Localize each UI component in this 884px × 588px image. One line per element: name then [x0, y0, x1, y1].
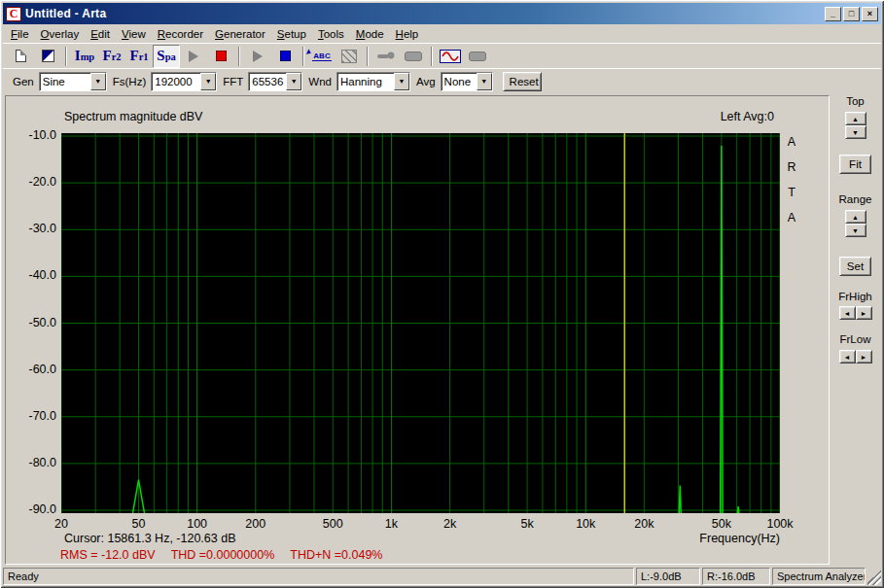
stop-button[interactable] [271, 45, 299, 68]
cursor-readout: Cursor: 15861.3 Hz, -120.63 dB [64, 532, 236, 545]
left-level-indicator: L:-9.0dB [636, 568, 700, 585]
top-up-button[interactable]: ▲ [845, 112, 866, 125]
frhigh-left-button[interactable]: ◄ [839, 306, 856, 320]
app-icon[interactable]: C [6, 7, 21, 21]
x-tick-label: 200 [245, 517, 265, 531]
menu-item-edit[interactable]: Edit [85, 26, 116, 42]
close-button[interactable]: × [862, 7, 878, 21]
hatch-disabled-button[interactable] [336, 45, 363, 68]
frhigh-right-button[interactable]: ► [856, 306, 872, 320]
menu-item-file[interactable]: File [5, 26, 35, 42]
tool2-disabled-button[interactable] [464, 45, 491, 68]
range-spinner: ▲ ▼ [845, 210, 866, 237]
arta-side-logo: ARTA [785, 135, 798, 236]
wnd-value: Hanning [337, 73, 394, 90]
avg-combobox[interactable]: None ▼ [441, 72, 493, 91]
menu-item-tools[interactable]: Tools [312, 26, 350, 42]
range-down-button[interactable]: ▼ [845, 224, 866, 237]
fr2-mode-button[interactable]: Fr2 [98, 45, 125, 68]
signal-generator-button[interactable] [437, 45, 464, 68]
maximize-button[interactable]: □ [843, 7, 860, 21]
fs-combobox[interactable]: 192000 ▼ [151, 72, 217, 91]
blob-icon [469, 52, 486, 61]
wnd-combobox[interactable]: Hanning ▼ [336, 72, 410, 91]
play-button[interactable] [244, 45, 271, 68]
spa-mode-button[interactable]: Spa [153, 45, 180, 68]
menu-item-help[interactable]: Help [390, 26, 425, 42]
spectrum-plot[interactable] [61, 133, 780, 513]
y-tick-label: -10.0 [6, 128, 56, 143]
x-tick-label: 100k [766, 517, 793, 531]
frlow-right-button[interactable]: ► [856, 350, 872, 363]
fft-label: FFT [223, 76, 243, 87]
main-toolbar: Imp Fr2 Fr1 Spa ABC [3, 43, 881, 68]
toolbar-separator [302, 47, 304, 66]
fft-combobox[interactable]: 65536 ▼ [248, 72, 302, 91]
spa-label: Spa [157, 48, 175, 64]
tool-disabled-button[interactable] [400, 45, 427, 68]
menu-item-mode[interactable]: Mode [350, 26, 390, 42]
new-file-button[interactable] [7, 45, 34, 68]
top-label: Top [846, 95, 865, 109]
key-icon [376, 51, 396, 62]
frlow-left-button[interactable]: ◄ [839, 350, 856, 363]
frlow-label: FrLow [840, 333, 871, 347]
resize-grip[interactable] [867, 568, 881, 585]
x-tick-label: 100 [187, 517, 207, 531]
set-button[interactable]: Set [839, 257, 871, 276]
top-spinner: ▲ ▼ [845, 112, 866, 139]
settings-toolbar: Gen Sine ▼ Fs(Hz) 192000 ▼ FFT 65536 ▼ W… [3, 68, 881, 93]
menu-item-setup[interactable]: Setup [271, 26, 312, 42]
fit-button[interactable]: Fit [839, 155, 871, 174]
x-tick-label: 50k [712, 517, 731, 531]
top-down-button[interactable]: ▼ [845, 125, 866, 139]
window-title: Untitled - Arta [25, 7, 823, 20]
chevron-down-icon[interactable]: ▼ [286, 73, 301, 90]
y-tick-label: -90.0 [6, 502, 56, 517]
menu-item-overlay[interactable]: Overlay [35, 26, 86, 42]
menu-item-recorder[interactable]: Recorder [152, 26, 209, 42]
menu-item-view[interactable]: View [116, 26, 152, 42]
x-tick-label: 2k [443, 517, 456, 531]
chevron-down-icon[interactable]: ▼ [394, 73, 409, 90]
gen-combobox[interactable]: Sine ▼ [39, 72, 107, 91]
blob-icon [405, 52, 422, 61]
status-bar: Ready L:-9.0dB R:-16.0dB Spectrum Analyz… [3, 566, 881, 585]
minimize-button[interactable]: _ [825, 7, 841, 21]
range-label: Range [839, 193, 872, 207]
menu-item-generator[interactable]: Generator [209, 26, 271, 42]
y-tick-label: -40.0 [6, 268, 56, 283]
avg-status: Left Avg:0 [721, 110, 774, 123]
char-size-button[interactable]: ABC [308, 45, 336, 68]
x-tick-label: 5k [520, 517, 533, 531]
fft-value: 65536 [249, 73, 286, 90]
avg-label: Avg [416, 76, 436, 87]
hatch-icon [341, 50, 357, 63]
calibrate-button[interactable] [372, 45, 400, 68]
toolbar-separator [367, 47, 369, 66]
overlay-button[interactable] [34, 45, 61, 68]
gen-value: Sine [40, 73, 90, 90]
toolbar-separator [431, 47, 433, 66]
reset-button[interactable]: Reset [503, 72, 542, 91]
record-button[interactable] [207, 45, 234, 68]
y-tick-label: -50.0 [6, 316, 56, 330]
arta-window: C Untitled - Arta _ □ × FileOverlayEditV… [0, 0, 884, 588]
client-area: Spectrum magnitude dBV Left Avg:0 -10.0-… [3, 93, 881, 567]
x-tick-label: 20 [54, 517, 68, 531]
play-disabled-button[interactable] [180, 45, 207, 68]
fr1-mode-button[interactable]: Fr1 [125, 45, 153, 68]
plot-title: Spectrum magnitude dBV [64, 110, 202, 123]
play-icon [253, 51, 263, 62]
x-tick-label: 500 [323, 517, 343, 531]
title-bar[interactable]: C Untitled - Arta _ □ × [3, 3, 881, 24]
imp-mode-button[interactable]: Imp [71, 45, 98, 68]
spectrum-plot-window: Spectrum magnitude dBV Left Avg:0 -10.0-… [5, 95, 830, 565]
y-tick-label: -70.0 [6, 409, 56, 424]
chevron-down-icon[interactable]: ▼ [477, 73, 492, 90]
frhigh-arrows: ◄ ► [839, 306, 872, 320]
range-up-button[interactable]: ▲ [845, 210, 866, 224]
mode-indicator: Spectrum Analyzer [772, 568, 866, 585]
chevron-down-icon[interactable]: ▼ [200, 73, 216, 90]
chevron-down-icon[interactable]: ▼ [90, 73, 106, 90]
